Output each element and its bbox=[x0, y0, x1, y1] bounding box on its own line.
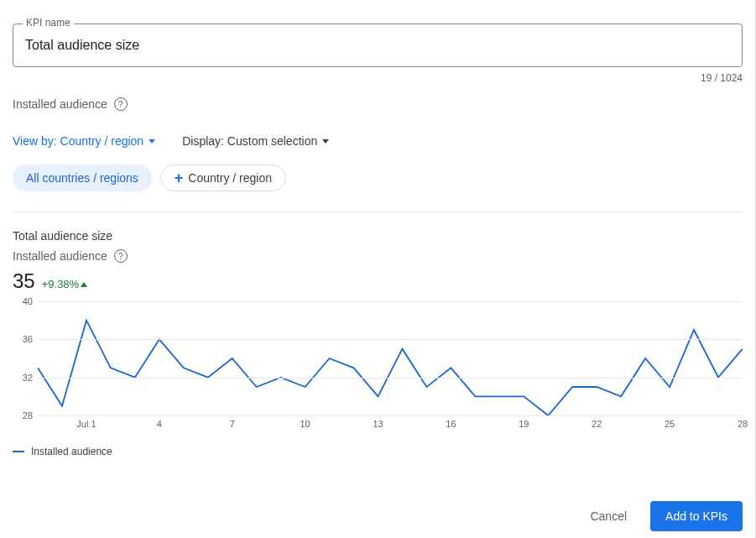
metric-sub-label: Installed audience bbox=[13, 249, 107, 263]
grid-line bbox=[38, 339, 743, 340]
kpi-name-charcount: 19 / 1024 bbox=[13, 72, 743, 84]
x-tick: 13 bbox=[373, 419, 383, 429]
x-tick: 7 bbox=[230, 419, 235, 429]
metric-delta: +9.38% bbox=[42, 278, 87, 290]
metric-value: 35 bbox=[13, 269, 35, 293]
y-tick: 36 bbox=[23, 334, 33, 344]
chevron-down-icon bbox=[322, 139, 329, 144]
grid-line bbox=[38, 415, 743, 416]
chip-add-label: Country / region bbox=[188, 171, 272, 185]
x-tick: 16 bbox=[446, 419, 456, 429]
metric-name: Total audience size bbox=[13, 229, 743, 243]
y-tick: 28 bbox=[23, 410, 33, 420]
x-tick: 22 bbox=[592, 419, 602, 429]
dialog-footer: Cancel Add to KPIs bbox=[580, 494, 743, 538]
legend-swatch bbox=[13, 451, 24, 453]
kpi-dialog: Add to your KPIs KPI name 19 / 1024 Inst… bbox=[0, 0, 756, 538]
chip-row: All countries / regions + Country / regi… bbox=[13, 165, 743, 212]
cancel-button[interactable]: Cancel bbox=[580, 503, 637, 530]
trend-up-icon bbox=[81, 282, 87, 287]
y-tick: 40 bbox=[23, 296, 33, 306]
kpi-name-label: KPI name bbox=[23, 17, 74, 29]
installed-audience-text: Installed audience bbox=[13, 97, 107, 111]
x-tick: 19 bbox=[519, 419, 529, 429]
plot[interactable] bbox=[38, 301, 743, 415]
metric-value-row: 35 +9.38% bbox=[13, 269, 743, 293]
x-axis: Jul 14710131619222528 bbox=[38, 419, 743, 436]
view-by-dropdown[interactable]: View by: Country / region bbox=[13, 134, 155, 148]
help-icon[interactable]: ? bbox=[114, 249, 128, 263]
filter-row: View by: Country / region Display: Custo… bbox=[13, 134, 743, 148]
display-label: Display: Custom selection bbox=[182, 134, 317, 148]
chevron-down-icon bbox=[149, 139, 155, 144]
chip-add-country[interactable]: + Country / region bbox=[160, 165, 286, 191]
chip-all-label: All countries / regions bbox=[26, 171, 138, 185]
metric-block: Total audience size Installed audience ?… bbox=[13, 229, 743, 293]
grid-line bbox=[38, 378, 743, 379]
kpi-name-field: KPI name bbox=[13, 24, 743, 67]
grid-line bbox=[38, 301, 743, 302]
x-tick: 10 bbox=[300, 419, 310, 429]
x-tick: Jul 1 bbox=[76, 419, 96, 429]
x-tick: 4 bbox=[157, 419, 162, 429]
chart-legend: Installed audience bbox=[13, 446, 743, 457]
line-chart-svg bbox=[38, 301, 743, 415]
x-tick: 28 bbox=[738, 419, 748, 429]
x-tick: 25 bbox=[665, 419, 675, 429]
add-to-kpis-button[interactable]: Add to KPIs bbox=[650, 501, 743, 531]
chip-all-countries[interactable]: All countries / regions bbox=[13, 165, 152, 191]
legend-label: Installed audience bbox=[31, 446, 112, 457]
installed-audience-section-label: Installed audience ? bbox=[13, 97, 743, 111]
metric-sub: Installed audience ? bbox=[13, 249, 743, 263]
display-dropdown[interactable]: Display: Custom selection bbox=[182, 134, 329, 148]
chart-area: 28323640 Jul 14710131619222528 bbox=[13, 301, 743, 436]
help-icon[interactable]: ? bbox=[114, 97, 128, 111]
view-by-label: View by: Country / region bbox=[13, 134, 143, 148]
kpi-name-input[interactable] bbox=[13, 24, 743, 67]
y-tick: 32 bbox=[23, 373, 33, 383]
metric-delta-text: +9.38% bbox=[42, 278, 79, 290]
y-axis: 28323640 bbox=[13, 301, 38, 415]
